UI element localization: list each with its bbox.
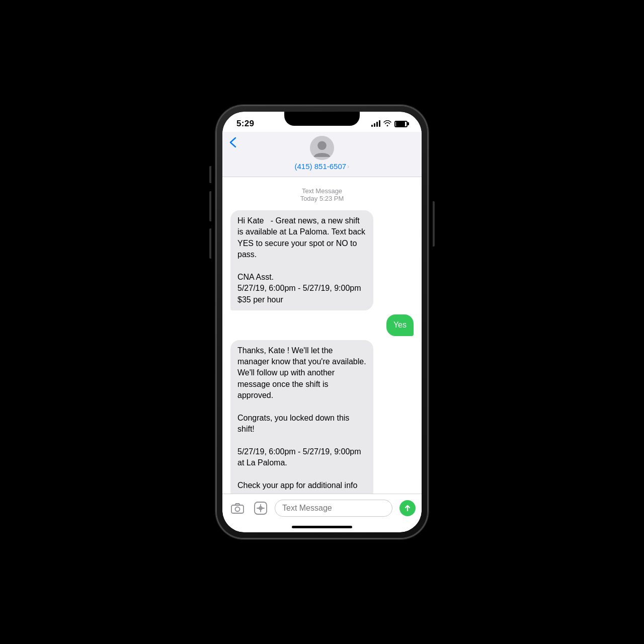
incoming-bubble: Thanks, Kate ! We'll let the manager kno… <box>230 340 373 494</box>
message-type-label: Text Message <box>230 187 414 195</box>
home-indicator[interactable] <box>292 526 352 528</box>
message-row: Hi Kate - Great news, a new shift is ava… <box>230 210 414 310</box>
send-icon <box>404 504 412 512</box>
send-button[interactable] <box>399 500 416 516</box>
volume-up-button[interactable] <box>209 191 211 221</box>
svg-rect-1 <box>231 505 244 513</box>
phone-screen: 5:29 <box>222 112 422 532</box>
outgoing-bubble: Yes <box>386 314 414 336</box>
message-meta: Text Message Today 5:23 PM <box>230 187 414 202</box>
incoming-bubble: Hi Kate - Great news, a new shift is ava… <box>230 210 373 310</box>
bubble-text: Yes <box>393 320 407 329</box>
contact-number[interactable]: (415) 851-6507 › <box>295 162 350 171</box>
screen-content: 5:29 <box>222 112 422 532</box>
phone-device: 5:29 <box>216 106 428 538</box>
appstore-button[interactable] <box>252 499 270 517</box>
notch <box>284 112 360 126</box>
bubble-text: Hi Kate - Great news, a new shift is ava… <box>237 216 365 304</box>
nav-header: (415) 851-6507 › <box>222 132 422 177</box>
contact-chevron-icon: › <box>347 163 349 170</box>
message-area: Text Message Today 5:23 PM Hi Kate - Gre… <box>222 177 422 494</box>
mute-button[interactable] <box>209 166 211 183</box>
status-bar: 5:29 <box>222 112 422 132</box>
battery-icon <box>394 121 408 127</box>
camera-button[interactable] <box>228 499 247 517</box>
svg-point-0 <box>317 141 327 150</box>
wifi-icon <box>383 120 391 128</box>
status-time: 5:29 <box>236 119 254 129</box>
volume-down-button[interactable] <box>209 228 211 259</box>
camera-icon <box>230 501 245 515</box>
svg-point-2 <box>235 507 240 512</box>
message-row: Thanks, Kate ! We'll let the manager kno… <box>230 340 414 494</box>
message-time-label: Today 5:23 PM <box>230 195 414 202</box>
message-input[interactable] <box>282 504 385 513</box>
signal-icon <box>371 121 380 127</box>
power-button[interactable] <box>433 201 435 247</box>
status-icons <box>371 120 408 128</box>
bubble-text: Thanks, Kate ! We'll let the manager kno… <box>237 346 366 494</box>
message-row: Yes <box>230 314 414 336</box>
appstore-icon <box>254 501 268 515</box>
message-input-wrap[interactable] <box>275 500 392 517</box>
back-button[interactable] <box>229 137 236 148</box>
contact-avatar[interactable] <box>310 136 334 160</box>
avatar-icon <box>312 138 332 158</box>
